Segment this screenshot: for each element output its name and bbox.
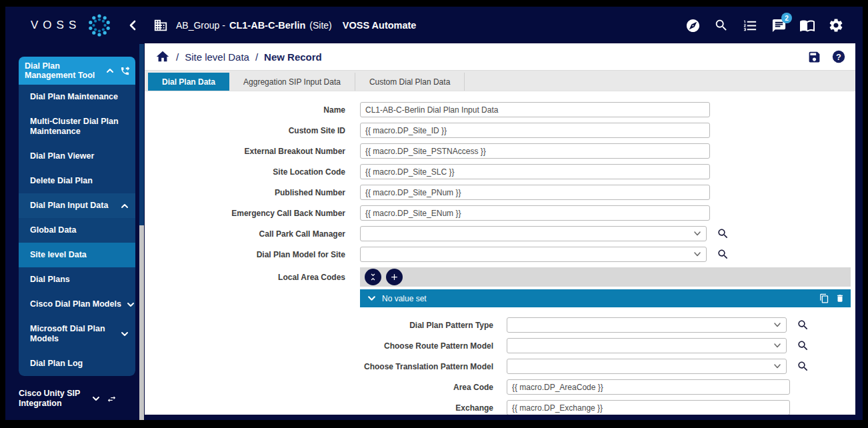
chevron-down-icon xyxy=(693,251,701,257)
name-field[interactable] xyxy=(360,102,710,117)
sidebar-item-dial-plan-log[interactable]: Dial Plan Log xyxy=(19,351,135,376)
gear-icon xyxy=(828,17,844,33)
breadcrumb-separator: / xyxy=(176,51,179,63)
sidebar-collapse-button[interactable] xyxy=(124,20,141,31)
chevron-up-icon xyxy=(106,68,114,73)
context-site: CL1-AB-C-Berlin xyxy=(229,20,305,31)
sidebar-item-multi-cluster-dial-plan-maintenance[interactable]: Multi-Cluster Dial Plan Maintenance xyxy=(19,109,135,144)
chevron-down-icon xyxy=(773,363,781,369)
search-icon xyxy=(717,248,729,261)
documentation-button[interactable] xyxy=(799,17,815,33)
copy-entry-button[interactable] xyxy=(819,293,829,303)
top-icon-group: 2 xyxy=(685,17,863,33)
chevron-down-icon xyxy=(367,295,376,301)
local-area-codes-entry-form: Dial Plan Pattern Type Choose Route Patt… xyxy=(360,307,851,415)
form-row-name: Name xyxy=(145,102,855,117)
dial-plan-model-for-site-select[interactable] xyxy=(360,247,707,262)
field-label: Exchange xyxy=(360,403,507,413)
notification-badge: 2 xyxy=(781,13,792,23)
external-breakout-number-field[interactable] xyxy=(360,143,710,159)
sidebar-item-dial-plans[interactable]: Dial Plans xyxy=(19,267,135,292)
sidebar-item-cisco-dial-plan-models[interactable]: Cisco Dial Plan Models xyxy=(19,292,135,317)
top-header-bar: VOSS AB_Group - CL1-AB-C-Berlin (Site) V… xyxy=(5,7,863,44)
search-icon xyxy=(717,227,729,240)
field-label: Emergency Call Back Number xyxy=(145,209,360,218)
field-label: Area Code xyxy=(360,383,507,392)
local-area-codes-group-header[interactable]: No value set xyxy=(360,289,851,307)
breadcrumb-current: New Record xyxy=(264,51,322,63)
dial-plan-model-for-site-search-button[interactable] xyxy=(717,248,729,261)
sidebar-item-microsoft-dial-plan-models[interactable]: Microsoft Dial Plan Models xyxy=(19,317,135,351)
breadcrumb: / Site level Data / New Record ? xyxy=(145,43,855,71)
field-label: Dial Plan Model for Site xyxy=(145,250,360,259)
hierarchy-breadcrumb[interactable]: AB_Group - CL1-AB-C-Berlin (Site) xyxy=(153,18,332,33)
search-icon xyxy=(714,18,729,33)
sidebar-group-header-dial-plan-management-tool[interactable]: Dial Plan Management Tool xyxy=(19,57,135,85)
record-form: Name Custom Site ID External Breakout Nu… xyxy=(145,91,855,415)
collapse-all-button[interactable] xyxy=(365,269,381,285)
sidebar-group-body: Dial Plan Maintenance Multi-Cluster Dial… xyxy=(19,85,135,376)
published-number-field[interactable] xyxy=(360,185,710,200)
main-content: / Site level Data / New Record ? Dial Pl… xyxy=(145,43,855,415)
custom-site-id-field[interactable] xyxy=(360,123,710,138)
collapse-icon xyxy=(368,272,378,282)
sidebar-item-ms-teams-dial-plan[interactable]: MS Teams Dial Plan xyxy=(5,416,139,420)
tab-dial-plan-data[interactable]: Dial Plan Data xyxy=(148,73,229,91)
field-label: Name xyxy=(145,105,360,115)
tab-custom-dial-plan-data[interactable]: Custom Dial Plan Data xyxy=(355,73,465,91)
delete-entry-button[interactable] xyxy=(835,293,845,303)
exchange-field[interactable] xyxy=(507,400,790,415)
form-row-published-number: Published Number xyxy=(145,185,855,200)
form-row-choose-route-pattern-model: Choose Route Pattern Model xyxy=(360,338,851,353)
voss-logo: VOSS xyxy=(5,13,124,38)
tab-aggregation-sip-input-data[interactable]: Aggregation SIP Input Data xyxy=(229,73,355,91)
choose-translation-pattern-model-select[interactable] xyxy=(507,359,787,374)
site-location-code-field[interactable] xyxy=(360,164,710,179)
choose-route-pattern-model-select[interactable] xyxy=(507,338,787,353)
area-code-field[interactable] xyxy=(507,379,790,395)
sidebar-item-site-level-data[interactable]: Site level Data xyxy=(19,243,135,267)
sidebar-subgroup-dial-plan-input-data[interactable]: Dial Plan Input Data xyxy=(19,193,135,218)
form-row-site-location-code: Site Location Code xyxy=(145,164,855,179)
group-header-label: No value set xyxy=(382,294,819,303)
field-label: External Breakout Number xyxy=(145,147,360,156)
sidebar-scrollbar[interactable] xyxy=(139,44,144,420)
explore-button[interactable] xyxy=(685,17,701,33)
emergency-call-back-number-field[interactable] xyxy=(360,205,710,221)
messages-button[interactable]: 2 xyxy=(771,17,787,33)
settings-button[interactable] xyxy=(828,17,844,33)
compass-icon xyxy=(685,18,701,33)
search-button[interactable] xyxy=(713,17,729,33)
field-label: Dial Plan Pattern Type xyxy=(360,321,507,330)
sidebar-item-delete-dial-plan[interactable]: Delete Dial Plan xyxy=(19,169,135,193)
help-button[interactable]: ? xyxy=(831,49,846,64)
call-park-call-manager-search-button[interactable] xyxy=(717,227,729,240)
add-entry-button[interactable] xyxy=(386,269,403,285)
sidebar-item-cisco-unity-sip-integration[interactable]: Cisco Unity SIP Integration xyxy=(5,381,139,416)
chevron-left-icon xyxy=(129,20,137,31)
form-row-custom-site-id: Custom Site ID xyxy=(145,123,855,138)
dial-plan-pattern-type-select[interactable] xyxy=(507,317,787,333)
building-icon xyxy=(153,18,168,33)
choose-translation-pattern-model-search-button[interactable] xyxy=(797,360,809,373)
form-row-emergency-call-back-number: Emergency Call Back Number xyxy=(145,205,855,221)
choose-route-pattern-model-search-button[interactable] xyxy=(797,339,809,352)
sidebar-item-dial-plan-maintenance[interactable]: Dial Plan Maintenance xyxy=(19,85,135,109)
transactions-button[interactable] xyxy=(742,17,758,33)
sidebar-item-global-data[interactable]: Global Data xyxy=(19,218,135,243)
field-label: Call Park Call Manager xyxy=(145,229,360,239)
search-icon xyxy=(797,339,809,352)
voss-flower-icon xyxy=(87,13,112,38)
search-icon xyxy=(797,319,809,331)
voss-logo-text: VOSS xyxy=(31,19,81,32)
tab-bar: Dial Plan Data Aggregation SIP Input Dat… xyxy=(145,71,855,91)
form-row-dial-plan-pattern-type: Dial Plan Pattern Type xyxy=(360,317,851,333)
sidebar-item-dial-plan-viewer[interactable]: Dial Plan Viewer xyxy=(19,144,135,169)
sidebar-scrollbar-thumb[interactable] xyxy=(139,44,144,225)
dial-plan-pattern-type-search-button[interactable] xyxy=(797,319,809,331)
home-button[interactable] xyxy=(155,49,170,64)
call-park-call-manager-select[interactable] xyxy=(360,226,707,241)
breadcrumb-section[interactable]: Site level Data xyxy=(185,51,249,63)
context-suffix: (Site) xyxy=(309,20,331,31)
save-button[interactable] xyxy=(807,50,821,64)
